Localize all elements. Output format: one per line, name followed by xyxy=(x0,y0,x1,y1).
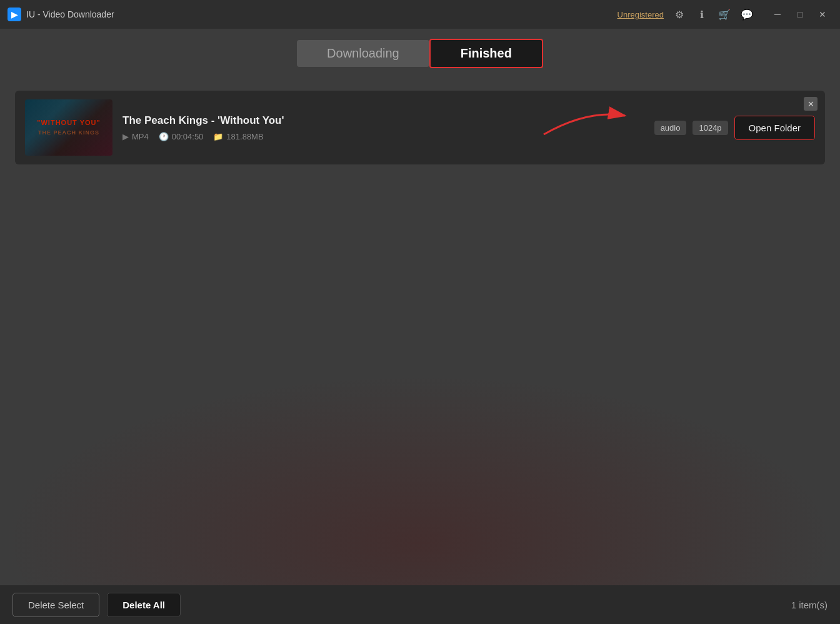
thumbnail-line1: "WITHOUT YOU" xyxy=(37,118,100,127)
meta-format: ▶ MP4 xyxy=(122,132,149,141)
title-bar-left: ▶ IU - Video Downloader xyxy=(8,8,114,21)
app-icon: ▶ xyxy=(8,8,21,21)
clock-icon: 🕐 xyxy=(159,132,169,141)
open-folder-button[interactable]: Open Folder xyxy=(734,116,815,140)
unregistered-link[interactable]: Unregistered xyxy=(618,10,664,19)
tab-bar: Downloading Finished xyxy=(0,29,840,78)
audio-badge: audio xyxy=(654,121,687,135)
title-bar-right: Unregistered ⚙ ℹ 🛒 💬 ─ □ ✕ xyxy=(618,6,832,23)
cart-icon[interactable]: 🛒 xyxy=(718,8,731,21)
window-controls: ─ □ ✕ xyxy=(768,6,832,23)
settings-icon[interactable]: ⚙ xyxy=(672,8,686,21)
format-icon: ▶ xyxy=(122,132,129,141)
meta-filesize: 📁 181.88MB xyxy=(213,132,263,141)
item-meta: ▶ MP4 🕐 00:04:50 📁 181.88MB xyxy=(122,132,644,141)
video-thumbnail: "WITHOUT YOU" THE PEACH KINGS xyxy=(25,99,112,156)
item-title: The Peach Kings - 'Without You' xyxy=(122,114,644,127)
item-info: The Peach Kings - 'Without You' ▶ MP4 🕐 … xyxy=(122,114,644,141)
format-value: MP4 xyxy=(132,132,149,141)
maximize-button[interactable]: □ xyxy=(790,6,810,23)
folder-icon: 📁 xyxy=(213,132,223,141)
delete-all-button[interactable]: Delete All xyxy=(107,593,181,617)
close-button[interactable]: ✕ xyxy=(812,6,832,23)
chat-icon[interactable]: 💬 xyxy=(740,8,754,21)
info-icon[interactable]: ℹ xyxy=(695,8,709,21)
item-actions: audio 1024p Open Folder xyxy=(654,116,815,140)
content-area: "WITHOUT YOU" THE PEACH KINGS The Peach … xyxy=(0,78,840,177)
duration-value: 00:04:50 xyxy=(172,132,204,141)
background-gradient xyxy=(0,373,840,585)
quality-badge: 1024p xyxy=(692,121,728,135)
item-count: 1 item(s) xyxy=(791,600,828,610)
minimize-button[interactable]: ─ xyxy=(768,6,788,23)
thumbnail-line2: THE PEACH KINGS xyxy=(37,129,100,137)
close-item-button[interactable]: ✕ xyxy=(804,97,818,111)
download-card: "WITHOUT YOU" THE PEACH KINGS The Peach … xyxy=(15,91,825,164)
title-bar: ▶ IU - Video Downloader Unregistered ⚙ ℹ… xyxy=(0,0,840,29)
delete-select-button[interactable]: Delete Select xyxy=(12,593,99,617)
tab-finished[interactable]: Finished xyxy=(429,39,543,68)
app-title: IU - Video Downloader xyxy=(26,9,114,19)
tab-downloading[interactable]: Downloading xyxy=(297,40,429,67)
bottom-bar: Delete Select Delete All 1 item(s) xyxy=(0,585,840,624)
filesize-value: 181.88MB xyxy=(226,132,263,141)
meta-duration: 🕐 00:04:50 xyxy=(159,132,204,141)
